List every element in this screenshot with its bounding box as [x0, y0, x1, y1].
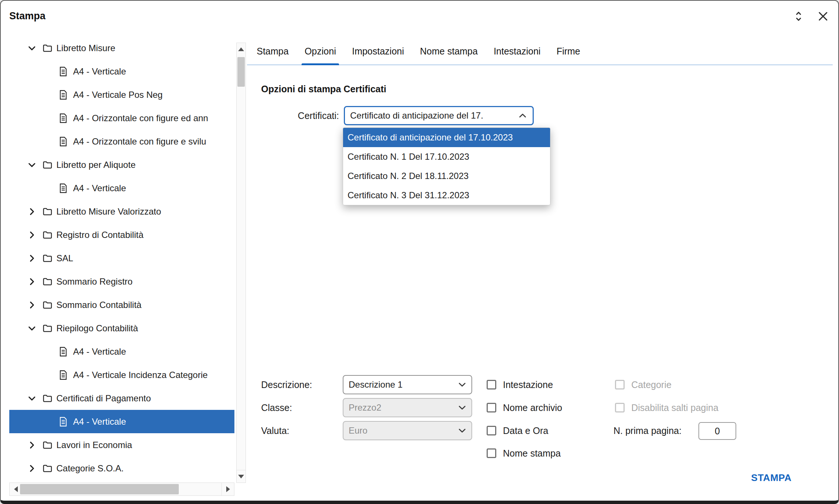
- checkbox-data-e-ora[interactable]: Data e Ora: [487, 421, 548, 440]
- chevron-down-icon[interactable]: [25, 42, 39, 55]
- dropdown-option[interactable]: Certificato N. 2 Del 18.11.2023: [343, 166, 550, 186]
- tree-item-sommario-registro[interactable]: Sommario Registro: [9, 270, 234, 293]
- n-prima-pagina-input[interactable]: 0: [698, 422, 736, 440]
- tree-item-label: A4 - Verticale: [73, 183, 126, 193]
- folder-icon: [42, 159, 53, 170]
- tree-item-a4-orizzontale-figure-svilu[interactable]: A4 - Orizzontale con figure e svilu: [9, 130, 234, 153]
- tree-item-label: A4 - Orizzontale con figure ed ann: [73, 113, 208, 123]
- dropdown-option[interactable]: Certificato N. 3 Del 31.12.2023: [343, 186, 550, 205]
- tree-item-libretto-misure-valorizzato[interactable]: Libretto Misure Valorizzato: [9, 200, 234, 223]
- stampa-button[interactable]: STAMPA: [751, 472, 792, 484]
- triangle-right-icon: [226, 486, 230, 492]
- tree-item-libretto-per-aliquote[interactable]: Libretto per Aliquote: [9, 153, 234, 176]
- tree-item-a4-orizzontale-figure-ann[interactable]: A4 - Orizzontale con figure ed ann: [9, 106, 234, 130]
- checkbox-nome-stampa[interactable]: Nome stampa: [487, 444, 561, 463]
- tree-item-a4-verticale[interactable]: A4 - Verticale: [9, 340, 234, 363]
- combobox-value: Certificato di anticipazione del 17.: [350, 110, 517, 121]
- chevron-right-icon[interactable]: [25, 275, 39, 288]
- chevron-right-icon[interactable]: [25, 298, 39, 312]
- valuta-label: Valuta:: [261, 421, 289, 440]
- scroll-up-arrow[interactable]: [237, 43, 246, 56]
- chevron-right-icon[interactable]: [25, 462, 39, 475]
- tree-item-label: Sommario Contabilità: [56, 300, 141, 310]
- chevron-right-icon[interactable]: [25, 438, 39, 452]
- chevron-right-icon[interactable]: [25, 205, 39, 218]
- options-heading: Opzioni di stampa Certificati: [261, 84, 386, 94]
- document-icon: [58, 416, 68, 427]
- chevron-right-icon[interactable]: [25, 228, 39, 242]
- folder-icon: [42, 43, 53, 54]
- document-icon: [58, 346, 68, 357]
- scroll-down-arrow[interactable]: [237, 470, 246, 483]
- chevron-down-icon[interactable]: [25, 392, 39, 405]
- tab-stampa[interactable]: Stampa: [257, 38, 289, 64]
- chevron-down-icon[interactable]: [25, 158, 39, 172]
- tree-item-certificati-di-pagamento[interactable]: Certificati di Pagamento: [9, 387, 234, 410]
- descrizione-select[interactable]: Descrizione 1: [343, 375, 472, 394]
- triangle-left-icon: [14, 486, 18, 492]
- tree-item-registro-di-contabilita[interactable]: Registro di Contabilità: [9, 223, 234, 246]
- checkbox-nome-archivio[interactable]: Nome archivio: [487, 398, 562, 417]
- descrizione-label: Descrizione:: [261, 375, 312, 394]
- print-dialog: Stampa Libretto Misure A4 - Verticale A4…: [0, 0, 839, 504]
- checkbox-disabilita-salti-pagina: Disabilita salti pagina: [615, 398, 718, 417]
- document-icon: [58, 369, 68, 381]
- vertical-scrollbar-thumb[interactable]: [237, 57, 245, 87]
- tree-item-categorie-soa[interactable]: Categorie S.O.A.: [9, 457, 234, 480]
- tree-item-riepilogo-contabilita[interactable]: Riepilogo Contabilità: [9, 316, 234, 340]
- horizontal-scrollbar-thumb[interactable]: [20, 484, 179, 494]
- tab-intestazioni[interactable]: Intestazioni: [494, 38, 540, 64]
- tree-item-a4-verticale[interactable]: A4 - Verticale: [9, 176, 234, 200]
- tree-item-lavori-in-economia[interactable]: Lavori in Economia: [9, 433, 234, 457]
- folder-icon: [42, 276, 53, 287]
- tree-item-label: A4 - Verticale Pos Neg: [73, 90, 162, 100]
- checkbox-icon[interactable]: [487, 403, 496, 412]
- tree-item-label: Libretto Misure: [56, 43, 115, 53]
- dropdown-option[interactable]: Certificato N. 1 Del 17.10.2023: [343, 147, 550, 166]
- tree-item-label: Riepilogo Contabilità: [56, 323, 138, 334]
- resize-dialog-button[interactable]: [792, 9, 806, 24]
- tab-firme[interactable]: Firme: [556, 38, 580, 64]
- tree-item-a4-verticale[interactable]: A4 - Verticale: [9, 60, 234, 83]
- tree-item-label: A4 - Verticale: [73, 346, 126, 357]
- tree-vertical-scrollbar[interactable]: [236, 43, 246, 483]
- certificati-combobox[interactable]: Certificato di anticipazione del 17.: [344, 106, 534, 125]
- n-prima-pagina-label: N. prima pagina:: [613, 421, 681, 440]
- unfold-more-icon: [792, 10, 805, 23]
- tree-item-label: Sommario Registro: [56, 276, 132, 287]
- chevron-down-icon[interactable]: [25, 322, 39, 335]
- tree-item-label: Certificati di Pagamento: [56, 393, 151, 404]
- tree-item-label: A4 - Orizzontale con figure e svilu: [73, 136, 206, 147]
- checkbox-icon: [615, 380, 625, 389]
- chevron-down-icon: [457, 402, 468, 413]
- dropdown-option[interactable]: Certificato di anticipazione del 17.10.2…: [343, 128, 550, 147]
- chevron-right-icon[interactable]: [25, 252, 39, 265]
- document-icon: [58, 113, 68, 124]
- checkbox-icon[interactable]: [487, 380, 496, 389]
- checkbox-categorie: Categorie: [615, 375, 671, 394]
- dialog-title: Stampa: [9, 10, 46, 22]
- tree-item-sal[interactable]: SAL: [9, 246, 234, 270]
- checkbox-intestazione[interactable]: Intestazione: [487, 375, 553, 394]
- folder-icon: [42, 440, 53, 451]
- tree-item-label: SAL: [56, 253, 73, 263]
- tab-opzioni[interactable]: Opzioni: [305, 38, 336, 64]
- tab-nome-stampa[interactable]: Nome stampa: [420, 38, 478, 64]
- checkbox-icon[interactable]: [487, 426, 496, 435]
- checkbox-icon[interactable]: [487, 448, 496, 458]
- tab-impostazioni[interactable]: Impostazioni: [352, 38, 404, 64]
- certificati-label: Certificati:: [257, 110, 339, 121]
- triangle-up-icon: [238, 47, 244, 51]
- folder-icon: [42, 393, 53, 404]
- tree-item-label: A4 - Verticale: [73, 66, 126, 77]
- folder-icon: [42, 229, 53, 241]
- tree-item-a4-verticale-incidenza-categorie[interactable]: A4 - Verticale Incidenza Categorie: [9, 363, 234, 387]
- tree-horizontal-scrollbar[interactable]: [9, 483, 234, 496]
- tree-item-sommario-contabilita[interactable]: Sommario Contabilità: [9, 293, 234, 316]
- tree-item-libretto-misure[interactable]: Libretto Misure: [9, 36, 234, 60]
- tree-item-label: Libretto Misure Valorizzato: [56, 206, 161, 217]
- tree-item-a4-verticale-selected[interactable]: A4 - Verticale: [9, 410, 234, 433]
- close-button[interactable]: [816, 9, 830, 24]
- scroll-right-arrow[interactable]: [221, 483, 234, 495]
- tree-item-a4-verticale-pos-neg[interactable]: A4 - Verticale Pos Neg: [9, 83, 234, 106]
